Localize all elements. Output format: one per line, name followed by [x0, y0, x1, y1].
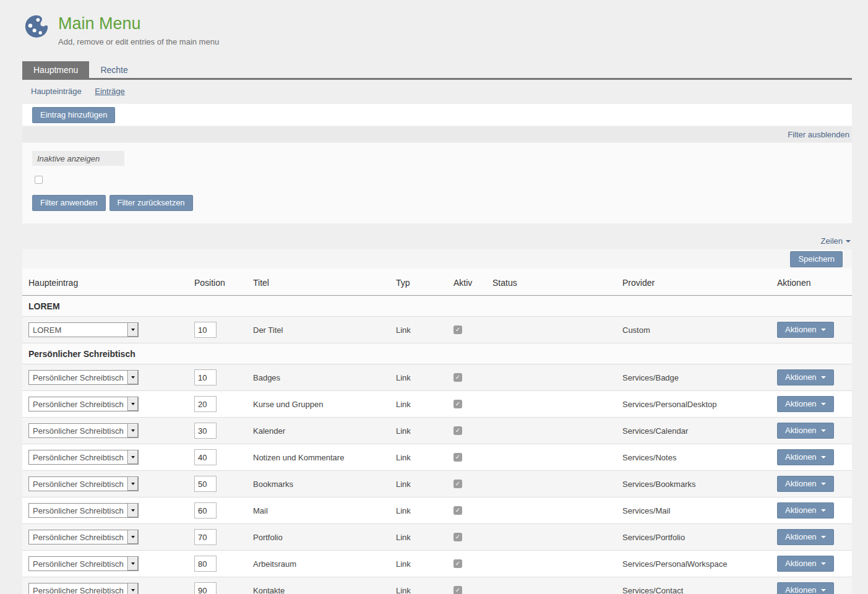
caret-down-icon	[131, 483, 135, 485]
hide-filter-link[interactable]: Filter ausblenden	[788, 130, 849, 139]
table-row: Persönlicher Schreibtisch Kurse und Grup…	[22, 391, 852, 418]
parent-select[interactable]: Persönlicher Schreibtisch	[28, 476, 139, 491]
add-entry-button[interactable]: Eintrag hinzufügen	[32, 107, 115, 123]
row-actions-button[interactable]: Aktionen	[777, 476, 834, 492]
entry-type: Link	[390, 373, 447, 382]
tab-rechte[interactable]: Rechte	[89, 61, 139, 78]
row-actions-button[interactable]: Aktionen	[777, 369, 834, 385]
rows-dropdown-link[interactable]: Zeilen	[821, 236, 851, 246]
position-input[interactable]	[194, 556, 217, 572]
select-dropdown-button[interactable]	[127, 371, 138, 384]
entry-type: Link	[390, 453, 447, 462]
entry-title: Bookmarks	[247, 480, 390, 489]
check-icon: ✓	[455, 374, 460, 381]
check-icon: ✓	[455, 401, 460, 407]
entry-type: Link	[390, 480, 447, 489]
row-actions-button[interactable]: Aktionen	[777, 502, 834, 519]
page-subtitle: Add, remove or edit entries of the main …	[58, 37, 219, 46]
check-icon: ✓	[455, 507, 460, 514]
tab-bar: Hauptmenu Rechte	[22, 61, 852, 80]
parent-select-value: Persönlicher Schreibtisch	[29, 477, 127, 491]
caret-down-icon	[821, 509, 826, 512]
entry-type: Link	[390, 400, 447, 409]
select-dropdown-button[interactable]	[127, 323, 138, 337]
entry-provider: Services/Portfolio	[616, 533, 771, 542]
table-row: Persönlicher Schreibtisch Notizen und Ko…	[22, 444, 852, 471]
table-row: Persönlicher Schreibtisch Kontakte Link …	[22, 577, 852, 594]
entry-title: Kontakte	[247, 586, 390, 594]
row-actions-button[interactable]: Aktionen	[777, 396, 834, 412]
parent-select[interactable]: Persönlicher Schreibtisch	[28, 450, 139, 465]
parent-select[interactable]: Persönlicher Schreibtisch	[28, 370, 139, 385]
tab-hauptmenu[interactable]: Hauptmenu	[22, 61, 89, 78]
caret-down-icon	[131, 456, 135, 458]
parent-select-value: LOREM	[29, 323, 127, 337]
subtab-eintraege[interactable]: Einträge	[95, 87, 124, 96]
caret-down-icon	[821, 483, 826, 485]
column-header-provider: Provider	[616, 269, 771, 295]
select-dropdown-button[interactable]	[127, 583, 138, 594]
row-actions-label: Aktionen	[785, 325, 817, 335]
check-icon: ✓	[455, 587, 460, 593]
caret-down-icon	[821, 589, 826, 592]
entry-title: Portfolio	[247, 533, 390, 542]
position-input[interactable]	[194, 502, 217, 519]
parent-select-value: Persönlicher Schreibtisch	[29, 557, 127, 570]
check-icon: ✓	[455, 481, 460, 487]
parent-select[interactable]: LOREM	[28, 322, 139, 337]
toolbar: Eintrag hinzufügen	[22, 104, 852, 126]
parent-select[interactable]: Persönlicher Schreibtisch	[28, 583, 139, 594]
column-header-position: Position	[188, 269, 247, 295]
row-actions-button[interactable]: Aktionen	[777, 423, 834, 439]
position-input[interactable]	[194, 423, 217, 439]
caret-down-icon	[131, 403, 135, 405]
table-row: Persönlicher Schreibtisch Bookmarks Link…	[22, 471, 852, 497]
select-dropdown-button[interactable]	[127, 530, 138, 544]
parent-select[interactable]: Persönlicher Schreibtisch	[28, 530, 139, 544]
position-input[interactable]	[194, 582, 217, 594]
palette-icon	[24, 14, 49, 40]
select-dropdown-button[interactable]	[127, 504, 138, 517]
parent-select[interactable]: Persönlicher Schreibtisch	[28, 397, 139, 411]
save-button[interactable]: Speichern	[790, 251, 843, 267]
active-checkbox: ✓	[453, 506, 462, 515]
column-header-typ: Typ	[390, 269, 447, 295]
position-input[interactable]	[194, 476, 217, 492]
position-input[interactable]	[194, 449, 217, 465]
parent-select-value: Persönlicher Schreibtisch	[29, 424, 127, 437]
parent-select[interactable]: Persönlicher Schreibtisch	[28, 556, 139, 571]
active-checkbox: ✓	[453, 559, 462, 568]
position-input[interactable]	[194, 396, 217, 412]
row-actions-label: Aktionen	[785, 559, 817, 569]
position-input[interactable]	[194, 322, 217, 338]
position-input[interactable]	[194, 369, 217, 385]
table-body: LOREM LOREM Der Titel Link ✓ Custom Akti…	[22, 296, 852, 594]
row-actions-button[interactable]: Aktionen	[777, 556, 834, 572]
caret-down-icon	[131, 329, 135, 331]
parent-select[interactable]: Persönlicher Schreibtisch	[28, 423, 139, 438]
row-actions-button[interactable]: Aktionen	[777, 322, 834, 338]
position-input[interactable]	[194, 529, 217, 545]
show-inactive-checkbox[interactable]	[35, 176, 43, 184]
select-dropdown-button[interactable]	[127, 397, 138, 411]
parent-select[interactable]: Persönlicher Schreibtisch	[28, 503, 139, 518]
table-row: Persönlicher Schreibtisch Kalender Link …	[22, 418, 852, 444]
row-actions-button[interactable]: Aktionen	[777, 529, 834, 545]
apply-filter-button[interactable]: Filter anwenden	[32, 195, 106, 211]
check-icon: ✓	[455, 428, 460, 434]
select-dropdown-button[interactable]	[127, 557, 138, 570]
rows-option-row: Zeilen	[22, 223, 852, 249]
row-actions-button[interactable]: Aktionen	[777, 582, 834, 594]
subtab-haupteintraege[interactable]: Haupteinträge	[31, 87, 82, 96]
select-dropdown-button[interactable]	[127, 477, 138, 491]
select-dropdown-button[interactable]	[127, 424, 138, 437]
reset-filter-button[interactable]: Filter zurücksetzen	[110, 195, 193, 211]
caret-down-icon	[131, 509, 135, 512]
caret-down-icon	[821, 329, 826, 331]
row-actions-button[interactable]: Aktionen	[777, 449, 834, 465]
entries-table: Speichern Haupteintrag Position Titel Ty…	[22, 249, 852, 594]
row-actions-label: Aktionen	[785, 372, 817, 382]
select-dropdown-button[interactable]	[127, 450, 138, 464]
table-row: Persönlicher Schreibtisch Portfolio Link…	[22, 524, 852, 551]
row-actions-label: Aktionen	[785, 426, 817, 436]
